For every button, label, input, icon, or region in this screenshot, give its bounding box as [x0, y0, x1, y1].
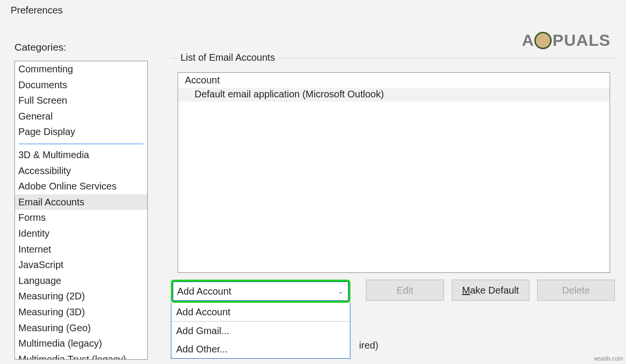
email-accounts-panel: List of Email Accounts Account Default e…	[171, 58, 615, 275]
add-account-dropdown-menu: Add Account Add Gmail... Add Other...	[171, 303, 350, 359]
category-item[interactable]: Accessibility	[15, 163, 147, 179]
panel-title: List of Email Accounts	[178, 52, 278, 63]
category-item[interactable]: Multimedia (legacy)	[15, 336, 147, 351]
category-item-email-accounts[interactable]: Email Accounts	[15, 194, 147, 210]
logo: A PUALS	[522, 31, 611, 50]
category-item[interactable]: Full Screen	[15, 93, 147, 108]
dropdown-item-add-gmail[interactable]: Add Gmail...	[171, 322, 350, 340]
category-item[interactable]: Multimedia Trust (legacy)	[15, 351, 147, 360]
category-item[interactable]: Measuring (2D)	[15, 288, 147, 304]
add-account-dropdown-highlight: Add Account ⌄ Add Account Add Gmail... A…	[171, 280, 350, 303]
make-default-button[interactable]: Make Default	[452, 280, 529, 301]
button-row: Add Account ⌄ Add Account Add Gmail... A…	[171, 280, 615, 303]
categories-list[interactable]: Commenting Documents Full Screen General…	[14, 61, 148, 360]
category-item[interactable]: Internet	[15, 242, 147, 257]
category-item[interactable]: 3D & Multimedia	[15, 147, 147, 163]
category-item[interactable]: Measuring (3D)	[15, 304, 147, 320]
logo-text-rest: PUALS	[553, 31, 611, 50]
category-item[interactable]: JavaScript	[15, 257, 147, 273]
category-item[interactable]: General	[15, 108, 147, 124]
logo-text-a: A	[522, 31, 534, 50]
account-row-default[interactable]: Default email application (Microsoft Out…	[178, 88, 610, 102]
category-item[interactable]: Language	[15, 273, 147, 289]
categories-label: Categories:	[14, 41, 66, 53]
dropdown-selected-label: Add Account	[177, 286, 231, 297]
category-item[interactable]: Forms	[15, 210, 147, 226]
edit-button[interactable]: Edit	[366, 280, 444, 301]
category-divider	[19, 144, 143, 144]
chevron-down-icon: ⌄	[338, 288, 343, 295]
dropdown-section-header: Add Account	[171, 303, 350, 322]
add-account-dropdown[interactable]: Add Account ⌄	[173, 282, 348, 301]
watermark: wsxdn.com	[594, 355, 623, 362]
category-item[interactable]: Page Display	[15, 124, 147, 140]
delete-button[interactable]: Delete	[537, 280, 615, 301]
dropdown-item-add-other[interactable]: Add Other...	[171, 340, 350, 358]
category-item[interactable]: Measuring (Geo)	[15, 320, 147, 336]
category-item[interactable]: Commenting	[15, 61, 147, 77]
logo-mascot-icon	[534, 32, 552, 49]
window-title: Preferences	[11, 5, 63, 16]
accounts-table[interactable]: Account Default email application (Micro…	[178, 72, 610, 273]
category-item[interactable]: Identity	[15, 226, 147, 242]
category-item[interactable]: Adobe Online Services	[15, 178, 147, 194]
make-default-accesskey: M	[462, 285, 470, 296]
accounts-column-header[interactable]: Account	[178, 73, 610, 88]
category-item[interactable]: Documents	[15, 77, 147, 93]
truncated-required-text: ired)	[359, 340, 378, 351]
